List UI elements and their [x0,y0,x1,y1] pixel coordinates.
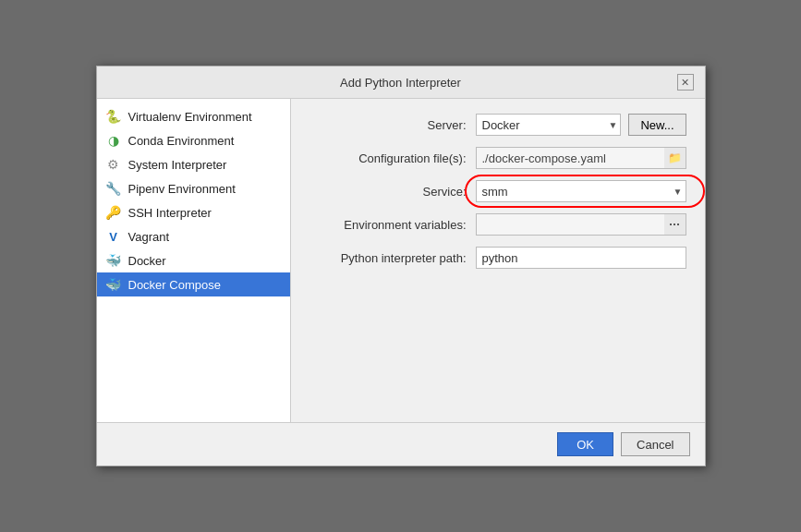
config-input-wrapper: 📁 [476,147,686,169]
config-label: Configuration file(s): [309,151,476,165]
service-select[interactable]: smm [476,180,686,202]
sidebar-item-label: Vagrant [128,230,170,244]
ssh-icon: 🔑 [106,205,121,220]
service-select-wrapper: smm ▼ [476,180,686,202]
config-row: Configuration file(s): 📁 [309,147,686,169]
sidebar-item-label: Pipenv Environment [128,182,236,196]
sidebar-item-ssh[interactable]: 🔑 SSH Interpreter [97,200,290,224]
sidebar-item-system[interactable]: ⚙ System Interpreter [97,152,290,176]
system-icon: ⚙ [106,157,121,172]
conda-icon: ◑ [106,133,121,148]
sidebar-item-label: Docker [128,254,166,268]
env-input[interactable] [476,213,664,236]
sidebar-item-virtualenv[interactable]: 🐍 Virtualenv Environment [97,104,290,128]
dialog-title: Add Python Interpreter [125,76,677,90]
env-row: Environment variables: ⋯ [309,213,686,236]
interpreter-row: Python interpreter path: [309,247,686,269]
server-select-wrapper: Docker ▼ [476,114,622,136]
service-row: Service: smm ▼ [309,180,686,202]
env-browse-icon: ⋯ [669,218,680,231]
interpreter-label: Python interpreter path: [309,251,476,265]
cancel-button[interactable]: Cancel [621,432,689,456]
env-input-wrapper: ⋯ [476,213,686,236]
browse-env-button[interactable]: ⋯ [664,213,686,236]
sidebar-item-label: Virtualenv Environment [128,110,252,124]
service-label: Service: [309,185,476,199]
dialog-footer: OK Cancel [97,422,705,466]
sidebar-item-label: Conda Environment [128,134,235,148]
config-input[interactable] [476,147,664,169]
new-server-button[interactable]: New... [628,114,686,136]
close-icon: ✕ [681,77,689,89]
server-input-wrapper: Docker ▼ New... [476,114,686,136]
interpreter-input[interactable] [476,247,686,269]
service-highlight: smm ▼ [476,180,686,202]
dialog-body: 🐍 Virtualenv Environment ◑ Conda Environ… [97,99,705,422]
docker-compose-icon: 🐳 [106,277,121,292]
form-content: Server: Docker ▼ New... Configuration fi… [291,99,705,422]
sidebar-item-docker[interactable]: 🐳 Docker [97,248,290,272]
browse-icon: 📁 [668,151,682,164]
sidebar-item-label: System Interpreter [128,158,227,172]
sidebar-item-vagrant[interactable]: V Vagrant [97,224,290,248]
server-select[interactable]: Docker [476,114,622,136]
close-button[interactable]: ✕ [677,74,694,91]
server-row: Server: Docker ▼ New... [309,114,686,136]
title-bar: Add Python Interpreter ✕ [97,66,705,99]
pipenv-icon: 🔧 [106,181,121,196]
virtualenv-icon: 🐍 [106,109,121,124]
interpreter-input-wrapper [476,247,686,269]
sidebar-item-conda[interactable]: ◑ Conda Environment [97,128,290,152]
server-label: Server: [309,118,476,132]
ok-button[interactable]: OK [557,432,613,456]
add-interpreter-dialog: Add Python Interpreter ✕ 🐍 Virtualenv En… [96,66,706,466]
sidebar-item-docker-compose[interactable]: 🐳 Docker Compose [97,272,290,296]
sidebar-item-label: SSH Interpreter [128,206,212,220]
env-label: Environment variables: [309,218,476,232]
browse-config-button[interactable]: 📁 [664,147,686,169]
sidebar-item-pipenv[interactable]: 🔧 Pipenv Environment [97,176,290,200]
sidebar-item-label: Docker Compose [128,278,221,292]
vagrant-icon: V [106,229,121,244]
docker-icon: 🐳 [106,253,121,268]
sidebar: 🐍 Virtualenv Environment ◑ Conda Environ… [97,99,291,422]
